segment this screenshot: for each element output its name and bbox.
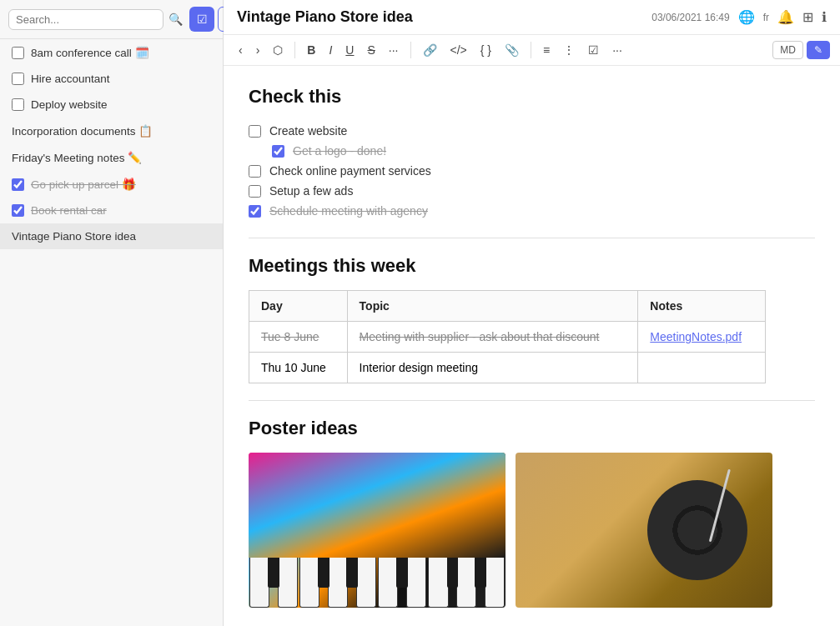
checkbox-accountant[interactable]: [12, 73, 24, 85]
section2-heading: Meetings this week: [249, 255, 815, 277]
divider-1: [249, 238, 815, 238]
checkbox-deploy[interactable]: [12, 98, 24, 111]
bold-button[interactable]: B: [302, 40, 320, 60]
check-item-2: Get a logo - done!: [249, 141, 815, 161]
toolbar-sep-1: [294, 42, 295, 58]
poster-vinyl-image: [516, 453, 772, 608]
check-item-1: Create website: [249, 121, 815, 141]
checkbox-conference[interactable]: [12, 47, 24, 59]
strikethrough-button[interactable]: S: [362, 40, 380, 60]
external-link-button[interactable]: ⬡: [268, 40, 288, 60]
piano-keys: [249, 558, 506, 608]
markdown-mode-button[interactable]: MD: [772, 41, 803, 59]
sidebar-item-deploy-label: Deploy website: [31, 98, 108, 111]
check-list-button[interactable]: ☑: [583, 40, 604, 60]
checklist-view-button[interactable]: ☑: [189, 7, 214, 32]
sidebar-item-incorporation[interactable]: Incorporation documents 📋: [0, 118, 223, 144]
checkbox-logo[interactable]: [272, 145, 284, 158]
lang-indicator: fr: [763, 12, 769, 23]
check-label-4: Setup a few ads: [269, 184, 353, 198]
checkbox-rental[interactable]: [12, 204, 24, 217]
toolbar-right: MD ✎: [772, 41, 830, 59]
search-bar: 🔍 ☑ ☰: [0, 0, 223, 39]
sidebar-item-piano[interactable]: Vintage Piano Store idea: [0, 223, 223, 249]
bell-icon[interactable]: 🔔: [777, 9, 794, 25]
table-header-notes: Notes: [638, 291, 766, 322]
search-icon-button[interactable]: 🔍: [169, 13, 183, 26]
main-panel: Vintage Piano Store idea 03/06/2021 16:4…: [224, 0, 840, 626]
forward-button[interactable]: ›: [251, 40, 265, 60]
table-cell-day-2: Thu 10 June: [249, 353, 348, 383]
more-insert-button[interactable]: ···: [607, 40, 627, 60]
editor-toolbar: ‹ › ⬡ B I U S ··· 🔗 </> { } 📎 ≡ ⋮ ☑ ··· …: [224, 35, 840, 66]
sidebar-item-meeting-label: Friday's Meeting notes ✏️: [12, 151, 142, 164]
edit-mode-button[interactable]: ✎: [807, 41, 830, 59]
sidebar-item-conference[interactable]: 8am conference call 🗓️: [0, 39, 223, 66]
piano-key-6: [378, 558, 398, 608]
topbar-meta: 03/06/2021 16:49 🌐 fr 🔔 ⊞ ℹ: [651, 9, 827, 25]
layout-icon[interactable]: ⊞: [802, 9, 813, 25]
sidebar-item-accountant-label: Hire accountant: [31, 73, 110, 85]
sidebar-item-accountant[interactable]: Hire accountant: [0, 66, 223, 92]
italic-button[interactable]: I: [324, 40, 337, 60]
sidebar-item-rental[interactable]: Book rental car: [0, 198, 223, 223]
piano-key-8: [428, 558, 448, 608]
info-icon[interactable]: ℹ: [822, 9, 827, 25]
piano-key-b3: [346, 558, 357, 588]
check-item-5: Schedule meeting with agency: [249, 201, 815, 221]
checkbox-ads[interactable]: [249, 185, 261, 198]
piano-key-b2: [318, 558, 329, 588]
sidebar-item-incorporation-label: Incorporation documents 📋: [12, 124, 153, 138]
check-item-3: Check online payment services: [249, 161, 815, 181]
table-row-1: Tue 8 June Meeting with supplier - ask a…: [249, 322, 766, 353]
check-label-1: Create website: [269, 124, 347, 138]
toolbar-sep-3: [531, 42, 531, 58]
sidebar-item-rental-label: Book rental car: [31, 204, 107, 217]
checkbox-payment[interactable]: [249, 165, 261, 178]
code-block-button[interactable]: { }: [475, 40, 496, 60]
bullet-list-button[interactable]: ≡: [538, 40, 555, 60]
checkbox-website[interactable]: [249, 125, 261, 138]
sidebar-item-deploy[interactable]: Deploy website: [0, 92, 223, 118]
checkbox-agency[interactable]: [249, 205, 261, 218]
link-button[interactable]: 🔗: [418, 40, 442, 60]
table-cell-topic-1: Meeting with supplier - ask about that d…: [347, 322, 638, 353]
sidebar-list: 8am conference call 🗓️ Hire accountant D…: [0, 39, 223, 626]
sidebar-item-parcel[interactable]: Go pick up parcel 🎁: [0, 171, 223, 198]
topbar: Vintage Piano Store idea 03/06/2021 16:4…: [224, 0, 840, 35]
number-list-button[interactable]: ⋮: [558, 40, 580, 60]
search-input[interactable]: [8, 9, 163, 30]
piano-key-4: [328, 558, 348, 608]
table-header-day: Day: [249, 291, 348, 322]
sidebar-item-parcel-label: Go pick up parcel 🎁: [31, 178, 136, 191]
piano-key-1: [249, 558, 269, 608]
piano-key-b5: [447, 558, 458, 588]
piano-key-5: [356, 558, 376, 608]
meeting-notes-link[interactable]: MeetingNotes.pdf: [650, 330, 742, 343]
piano-key-b1: [268, 558, 279, 588]
divider-2: [249, 400, 815, 401]
table-cell-notes-1: MeetingNotes.pdf: [638, 322, 766, 353]
checklist: Create website Get a logo - done! Check …: [249, 121, 815, 221]
timestamp: 03/06/2021 16:49: [651, 12, 729, 23]
piano-key-b6: [475, 558, 485, 588]
checkbox-parcel[interactable]: [12, 178, 24, 191]
piano-key-7: [406, 558, 426, 608]
vinyl-record: [647, 480, 747, 580]
more-formatting-button[interactable]: ···: [384, 40, 404, 60]
check-item-4: Setup a few ads: [249, 181, 815, 201]
table-cell-day-1: Tue 8 June: [249, 322, 348, 353]
toolbar-sep-2: [410, 42, 411, 58]
meetings-table: Day Topic Notes Tue 8 June Meeting with …: [249, 290, 766, 383]
piano-key-2: [278, 558, 298, 608]
attach-button[interactable]: 📎: [500, 40, 524, 60]
section1-heading: Check this: [249, 86, 815, 108]
sidebar-item-meeting-notes[interactable]: Friday's Meeting notes ✏️: [0, 144, 223, 171]
content-area: Check this Create website Get a logo - d…: [224, 66, 840, 626]
piano-key-3: [299, 558, 319, 608]
back-button[interactable]: ‹: [234, 40, 248, 60]
globe-icon[interactable]: 🌐: [738, 9, 755, 25]
section3-heading: Poster ideas: [249, 418, 815, 439]
inline-code-button[interactable]: </>: [445, 40, 472, 60]
underline-button[interactable]: U: [340, 40, 359, 60]
